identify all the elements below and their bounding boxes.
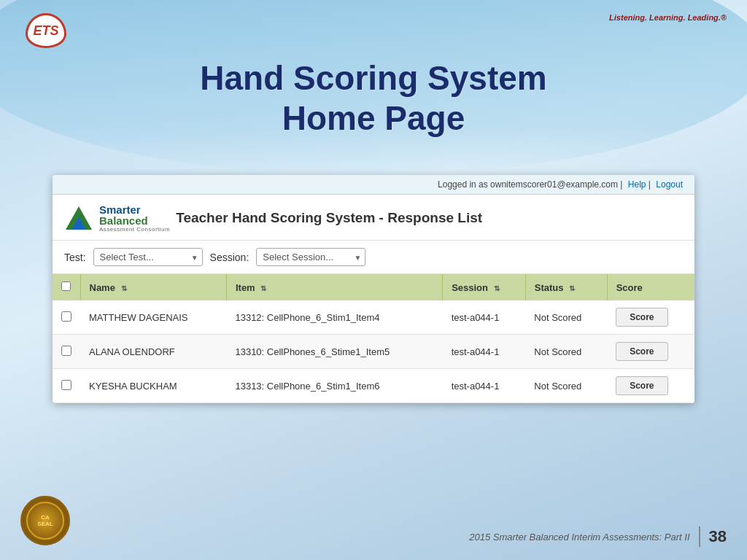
panel-header: Smarter Balanced Assessment Consortium T…: [53, 195, 694, 241]
row-checkbox-cell: [53, 335, 80, 369]
sb-triangle-small: [71, 217, 86, 230]
th-item: Item ⇅: [226, 274, 442, 300]
table-header-row: Name ⇅ Item ⇅ Session ⇅ Status ⇅: [53, 274, 694, 300]
page-number: 38: [709, 527, 727, 546]
content-panel: Logged in as ownitemscorer01@example.com…: [53, 175, 694, 403]
row-score-cell-1: Score: [607, 335, 694, 369]
table-row: MATTHEW DAGENAIS 13312: CellPhone_6_Stim…: [53, 300, 694, 335]
row-item-0: 13312: CellPhone_6_Stim1_Item4: [226, 300, 442, 335]
page-divider: [699, 526, 700, 547]
row-status-0: Not Scored: [525, 300, 607, 335]
row-name-2: KYESHA BUCKHAM: [80, 369, 226, 403]
row-score-cell-0: Score: [607, 300, 694, 335]
row-score-cell-2: Score: [607, 369, 694, 403]
row-status-2: Not Scored: [525, 369, 607, 403]
row-session-2: test-a044-1: [443, 369, 526, 403]
help-link[interactable]: Help: [628, 179, 646, 190]
top-bar: Logged in as ownitemscorer01@example.com…: [53, 175, 694, 195]
th-session: Session ⇅: [443, 274, 526, 300]
row-name-1: ALANA OLENDORF: [80, 335, 226, 369]
th-name: Name ⇅: [80, 274, 226, 300]
table-row: KYESHA BUCKHAM 13313: CellPhone_6_Stim1_…: [53, 369, 694, 403]
table-body: MATTHEW DAGENAIS 13312: CellPhone_6_Stim…: [53, 300, 694, 403]
score-button-2[interactable]: Score: [616, 376, 667, 395]
row-checkbox-cell: [53, 369, 80, 403]
row-status-1: Not Scored: [525, 335, 607, 369]
th-checkbox: [53, 274, 80, 300]
tagline: Listening. Learning. Leading.®: [609, 13, 727, 22]
logout-link[interactable]: Logout: [656, 179, 683, 190]
slide-title: Hand Scoring System Home Page: [0, 58, 747, 139]
test-select-wrapper: Select Test... ▼: [93, 248, 203, 266]
slide-background: ETS Listening. Learning. Leading.® Hand …: [0, 0, 747, 560]
session-select-wrapper: Select Session... ▼: [256, 248, 365, 266]
table-header: Name ⇅ Item ⇅ Session ⇅ Status ⇅: [53, 274, 694, 300]
row-checkbox-cell: [53, 300, 80, 335]
footer-right: 2015 Smarter Balanced Interim Assessment…: [469, 526, 727, 547]
ets-logo: ETS: [20, 13, 71, 48]
name-sort-icon[interactable]: ⇅: [121, 284, 127, 292]
th-status: Status ⇅: [525, 274, 607, 300]
footer-citation: 2015 Smarter Balanced Interim Assessment…: [469, 532, 689, 542]
row-session-1: test-a044-1: [443, 335, 526, 369]
test-label: Test:: [64, 252, 86, 263]
session-sort-icon[interactable]: ⇅: [494, 284, 500, 292]
score-button-0[interactable]: Score: [616, 308, 667, 327]
sb-brand-sub: Assessment Consortium: [99, 226, 170, 233]
sb-brand-name1: Smarter: [99, 204, 170, 215]
table-row: ALANA OLENDORF 13310: CellPhones_6_Stime…: [53, 335, 694, 369]
row-item-2: 13313: CellPhone_6_Stim1_Item6: [226, 369, 442, 403]
score-button-1[interactable]: Score: [616, 342, 667, 361]
filter-row: Test: Select Test... ▼ Session: Select S…: [53, 241, 694, 274]
session-select[interactable]: Select Session...: [256, 248, 365, 266]
seal-inner: CASEAL: [26, 502, 64, 540]
session-label: Session:: [210, 252, 249, 263]
row-session-0: test-a044-1: [443, 300, 526, 335]
california-seal: CASEAL: [20, 496, 71, 547]
row-checkbox-1[interactable]: [61, 346, 71, 356]
row-checkbox-0[interactable]: [61, 311, 71, 322]
row-name-0: MATTHEW DAGENAIS: [80, 300, 226, 335]
sb-brand-name2: Balanced: [99, 215, 170, 226]
title-line2: Home Page: [0, 98, 747, 139]
status-sort-icon[interactable]: ⇅: [569, 284, 575, 292]
row-checkbox-2[interactable]: [61, 380, 71, 390]
seal-circle: CASEAL: [20, 496, 70, 545]
select-all-checkbox[interactable]: [61, 281, 71, 291]
response-table: Name ⇅ Item ⇅ Session ⇅ Status ⇅: [53, 274, 694, 403]
panel-page-title: Teacher Hand Scoring System - Response L…: [176, 210, 482, 226]
sb-triangles-icon: [64, 203, 93, 233]
th-score: Score: [607, 274, 694, 300]
logged-in-text: Logged in as ownitemscorer01@example.com…: [438, 179, 622, 190]
item-sort-icon[interactable]: ⇅: [260, 284, 266, 292]
sb-text-block: Smarter Balanced Assessment Consortium: [99, 204, 170, 233]
test-select[interactable]: Select Test...: [93, 248, 203, 266]
row-item-1: 13310: CellPhones_6_Stime1_Item5: [226, 335, 442, 369]
title-line1: Hand Scoring System: [0, 58, 747, 98]
smarter-balanced-logo: Smarter Balanced Assessment Consortium: [64, 203, 170, 233]
